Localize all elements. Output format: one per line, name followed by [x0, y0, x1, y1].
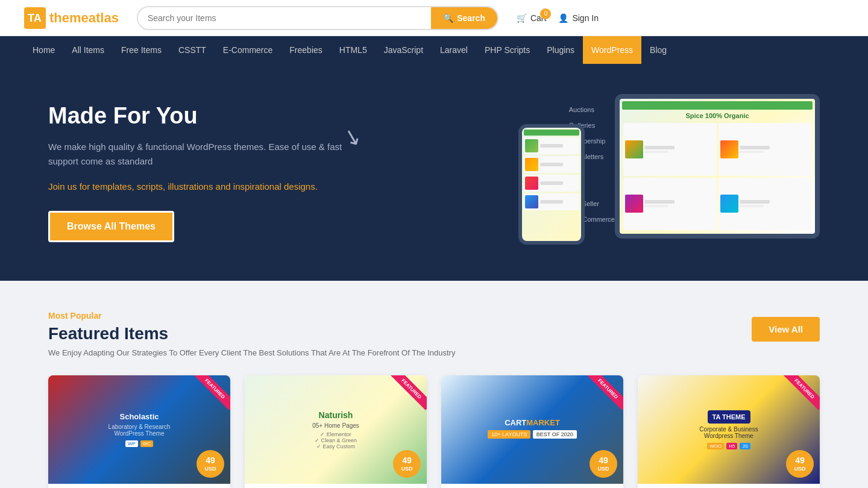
card-image-1: Scholastic Laboratory & ResearchWordPres… — [48, 375, 230, 484]
nav-home[interactable]: Home — [24, 36, 63, 64]
search-icon: 🔍 — [443, 13, 453, 23]
hero-title: Made For You — [48, 102, 362, 130]
label-auctions: Auctions — [569, 106, 615, 113]
cart-badge: 0 — [540, 8, 551, 19]
card-body-3: CartMarket Affiliates, amazon like, doka… — [441, 484, 623, 488]
card-naturish: Naturish 05+ Home Pages ✓ Elementor✓ Cle… — [245, 375, 427, 488]
main-nav: Home All Items Free Items CSSTT E-Commer… — [0, 36, 868, 64]
featured-ribbon-1 — [188, 375, 230, 418]
svg-text:TA: TA — [28, 12, 42, 24]
card-ta-theme: TA THEME Corporate & BusinessWordpress T… — [638, 375, 820, 488]
featured-ribbon-4 — [778, 375, 820, 418]
card-scholastic: Scholastic Laboratory & ResearchWordPres… — [48, 375, 230, 488]
nav-free-items[interactable]: Free Items — [113, 36, 170, 64]
section-label: Most Popular — [48, 311, 455, 321]
header-right: 🛒 Cart 0 👤 Sign In — [517, 13, 599, 23]
featured-ribbon-2 — [385, 375, 427, 418]
featured-section: Most Popular Featured Items We Enjoy Ada… — [0, 281, 868, 488]
nav-wordpress[interactable]: WordPress — [583, 36, 641, 64]
hero-section: Made For You We make high quality & func… — [0, 64, 868, 281]
nav-plugins[interactable]: Plugins — [538, 36, 583, 64]
device-mockup: Spice 100% Organic — [518, 94, 820, 251]
tablet-device: Spice 100% Organic — [615, 94, 820, 239]
section-title-area: Most Popular Featured Items We Enjoy Ada… — [48, 311, 455, 357]
card-image-4: TA THEME Corporate & BusinessWordpress T… — [638, 375, 820, 484]
section-header: Most Popular Featured Items We Enjoy Ada… — [48, 311, 820, 357]
search-bar: 🔍 Search — [137, 6, 498, 30]
card-image-3: CARTMARKET 10+ LAYOUTS BEST OF 2020 49 U… — [441, 375, 623, 484]
nav-javascript[interactable]: JavaScript — [376, 36, 432, 64]
hero-join-text: Join us for templates, scripts, illustra… — [48, 180, 362, 194]
cart-button[interactable]: 🛒 Cart 0 — [517, 13, 546, 23]
nav-php-scripts[interactable]: PHP Scripts — [476, 36, 538, 64]
nav-freebies[interactable]: Freebies — [281, 36, 330, 64]
price-badge-4: 49 USD — [786, 450, 814, 478]
hero-image: ↘ Spice 100% Organic — [362, 88, 820, 257]
featured-ribbon-3 — [581, 375, 623, 418]
user-icon: 👤 — [558, 13, 568, 23]
browse-themes-button[interactable]: Browse All Themes — [48, 211, 174, 242]
nav-laravel[interactable]: Laravel — [432, 36, 476, 64]
card-image-2: Naturish 05+ Home Pages ✓ Elementor✓ Cle… — [245, 375, 427, 484]
header: TA themeatlas 🔍 Search 🛒 Cart 0 👤 Sign I… — [0, 0, 868, 36]
cards-grid: Scholastic Laboratory & ResearchWordPres… — [48, 375, 820, 488]
hero-description: We make high quality & functional WordPr… — [48, 140, 362, 169]
signin-button[interactable]: 👤 Sign In — [558, 13, 599, 23]
card-body-2: Naturish - Food, Vegetable ... Bakery, f… — [245, 484, 427, 488]
hero-content: Made For You We make high quality & func… — [48, 102, 362, 242]
logo-text: themeatlas — [49, 10, 119, 26]
price-badge-1: 49 USD — [197, 450, 224, 478]
view-all-button[interactable]: View All — [752, 317, 820, 342]
section-title: Featured Items — [48, 324, 455, 343]
cart-icon: 🛒 — [517, 13, 527, 23]
price-badge-2: 49 USD — [393, 450, 421, 478]
card-body-1: Scholastic Academic, course, e-learning,… — [48, 484, 230, 488]
logo[interactable]: TA themeatlas — [24, 7, 119, 29]
nav-csstt[interactable]: CSSTT — [170, 36, 215, 64]
nav-all-items[interactable]: All Items — [63, 36, 113, 64]
nav-blog[interactable]: Blog — [641, 36, 675, 64]
card-cartmarket: CARTMARKET 10+ LAYOUTS BEST OF 2020 49 U… — [441, 375, 623, 488]
section-description: We Enjoy Adapting Our Strategies To Offe… — [48, 348, 455, 357]
nav-ecommerce[interactable]: E-Commerce — [215, 36, 281, 64]
logo-icon: TA — [24, 7, 46, 29]
search-button[interactable]: 🔍 Search — [431, 7, 497, 29]
card-body-4: TA-Theme Agency, beauty, business theme,… — [638, 484, 820, 488]
nav-html5[interactable]: HTML5 — [331, 36, 376, 64]
search-input[interactable] — [138, 7, 431, 29]
price-badge-3: 49 USD — [590, 450, 617, 478]
phone-device — [518, 124, 585, 245]
